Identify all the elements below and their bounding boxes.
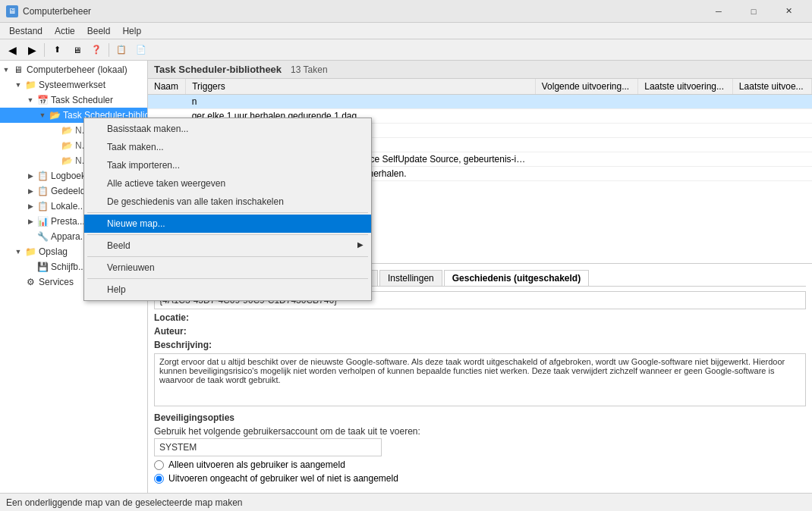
tree-label: Appara... <box>51 231 88 242</box>
folder-icon: 📁 <box>24 79 36 91</box>
ctx-help[interactable]: Help <box>84 281 371 299</box>
shared-icon: 📋 <box>36 185 49 197</box>
expand-icon[interactable]: ▼ <box>24 94 36 106</box>
folder-icon: 📂 <box>61 140 73 152</box>
app-title: Computerbeheer <box>23 6 91 17</box>
menu-beeld[interactable]: Beeld <box>81 24 117 38</box>
local-icon: 📋 <box>36 200 49 212</box>
tab-geschiedenis[interactable]: Geschiedenis (uitgeschakeld) <box>444 270 589 286</box>
expand-icon[interactable] <box>49 155 61 167</box>
expand-icon[interactable] <box>24 230 36 243</box>
expand-icon[interactable] <box>24 261 36 273</box>
tab-instellingen[interactable]: Instellingen <box>379 270 442 286</box>
status-text: Een onderliggende map van de geselecteer… <box>6 497 243 508</box>
expand-icon[interactable]: ▶ <box>24 185 36 197</box>
ctx-geschiedenis-inschakelen[interactable]: De geschiedenis van alle taken inschakel… <box>84 193 371 211</box>
app-icon: 🖥 <box>6 5 18 17</box>
ctx-basisstaak[interactable]: Basisstaak maken... <box>84 120 371 138</box>
radio-label-2: Uitvoeren ongeacht of gebruiker wel of n… <box>168 473 398 484</box>
tree-item-taskscheduler[interactable]: ▼ 📅 Task Scheduler <box>0 92 147 108</box>
ctx-sep-3 <box>87 256 368 257</box>
beveiliging-title: Beveiligingsopties <box>154 412 806 423</box>
expand-icon[interactable]: ▼ <box>36 109 49 121</box>
expand-icon[interactable] <box>49 140 61 152</box>
ctx-sep-1 <box>87 212 368 213</box>
tree-label: Presta... <box>51 216 85 227</box>
locatie-value <box>230 312 806 323</box>
title-bar: 🖥 Computerbeheer ─ □ ✕ <box>0 0 812 23</box>
menu-help[interactable]: Help <box>116 24 147 38</box>
toolbar-show[interactable]: 🖥 <box>68 42 86 58</box>
radio-row-1: Alleen uitvoeren als gebruiker is aangem… <box>154 459 806 470</box>
expand-icon[interactable]: ▼ <box>12 79 24 91</box>
right-header: Task Scheduler-bibliotheek 13 Taken <box>148 61 812 79</box>
radio-ongeacht[interactable] <box>154 474 164 484</box>
ctx-sep-2 <box>87 234 368 235</box>
context-menu: Basisstaak maken... Taak maken... Taak i… <box>83 118 372 301</box>
expand-icon[interactable]: ▶ <box>24 200 36 212</box>
tree-label: Computerbeheer (lokaal) <box>27 64 127 75</box>
ctx-taak-maken[interactable]: Taak maken... <box>84 138 371 156</box>
table-row[interactable]: n <box>148 95 812 109</box>
title-bar-left: 🖥 Computerbeheer <box>6 5 91 17</box>
beschrijving-label: Beschrijving: <box>154 340 230 350</box>
toolbar-extra2[interactable]: 📄 <box>132 42 150 58</box>
auteur-label: Auteur: <box>154 326 230 337</box>
ctx-taak-importeren[interactable]: Taak importeren... <box>84 156 371 174</box>
window-controls: ─ □ ✕ <box>701 0 806 23</box>
tree-label: Opslag <box>39 246 68 257</box>
disk-icon: 💾 <box>36 261 49 273</box>
col-naam: Naam <box>148 79 186 95</box>
ctx-nieuwe-map[interactable]: Nieuwe map... <box>84 215 371 233</box>
storage-icon: 📁 <box>24 246 36 258</box>
device-icon: 🔧 <box>36 230 49 243</box>
toolbar-up[interactable]: ⬆ <box>48 42 66 58</box>
detail-locatie-row: Locatie: <box>154 312 806 323</box>
radio-aangemeld[interactable] <box>154 460 164 470</box>
beveiliging-section: Beveiligingsopties Gebruik het volgende … <box>154 412 806 484</box>
ctx-sep-4 <box>87 278 368 279</box>
expand-icon[interactable]: ▶ <box>24 170 36 182</box>
expand-icon[interactable]: ▶ <box>24 215 36 227</box>
toolbar-back[interactable]: ◀ <box>3 42 21 58</box>
tree-label: Task Scheduler <box>51 95 113 105</box>
expand-icon[interactable] <box>12 276 24 288</box>
computer-icon: 🖥 <box>12 64 24 76</box>
right-header-count: 13 Taken <box>291 64 328 75</box>
maximize-button[interactable]: □ <box>736 0 771 23</box>
tree-label: Systeemwerkset <box>39 80 105 90</box>
perf-icon: 📊 <box>36 215 49 227</box>
folder-open-icon: 📂 <box>49 109 61 121</box>
expand-icon[interactable]: ▼ <box>12 246 24 258</box>
log-icon: 📋 <box>36 170 49 182</box>
toolbar-forward[interactable]: ▶ <box>23 42 41 58</box>
gebruikers-row: Gebruik het volgende gebruikersaccount o… <box>154 426 806 437</box>
detail-beschrijving-row: Beschrijving: Zorgt ervoor dat u altijd … <box>154 340 806 406</box>
tree-item-computerbeheer[interactable]: ▼ 🖥 Computerbeheer (lokaal) <box>0 62 147 77</box>
expand-icon[interactable]: ▼ <box>0 64 12 76</box>
right-header-title: Task Scheduler-bibliotheek <box>154 64 282 75</box>
toolbar-sep-2 <box>109 43 109 57</box>
ctx-beeld[interactable]: Beeld <box>84 237 371 255</box>
folder-icon: 📂 <box>61 155 73 167</box>
menu-bestand[interactable]: Bestand <box>3 24 49 38</box>
detail-auteur-row: Auteur: <box>154 326 806 337</box>
toolbar-help[interactable]: ❓ <box>87 42 105 58</box>
beschrijving-value: Zorgt ervoor dat u altijd beschikt over … <box>154 353 806 406</box>
col-triggers: Triggers <box>186 79 536 95</box>
ctx-actieve-taken[interactable]: Alle actieve taken weergeven <box>84 174 371 193</box>
toolbar-extra1[interactable]: 📋 <box>112 42 131 58</box>
auteur-value <box>230 326 806 337</box>
minimize-button[interactable]: ─ <box>701 0 736 23</box>
radio-row-2: Uitvoeren ongeacht of gebruiker wel of n… <box>154 473 806 484</box>
tree-label: Services <box>39 277 74 287</box>
ctx-vernieuwen[interactable]: Vernieuwen <box>84 259 371 277</box>
close-button[interactable]: ✕ <box>771 0 806 23</box>
expand-icon[interactable] <box>49 124 61 136</box>
calendar-icon: 📅 <box>36 94 49 106</box>
locatie-label: Locatie: <box>154 312 230 323</box>
menu-actie[interactable]: Actie <box>49 24 81 38</box>
tree-item-systeemwerkset[interactable]: ▼ 📁 Systeemwerkset <box>0 77 147 92</box>
status-bar: Een onderliggende map van de geselecteer… <box>0 493 812 511</box>
gebruikers-value: SYSTEM <box>154 438 382 456</box>
